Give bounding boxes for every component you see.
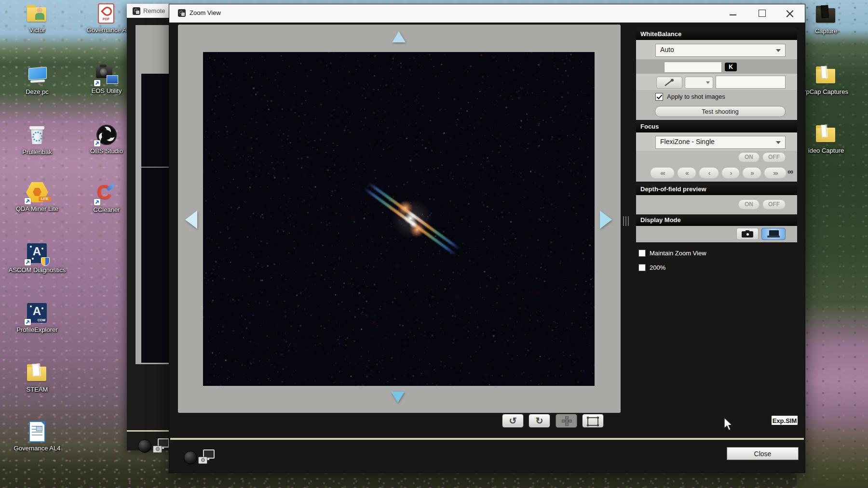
af-off-button[interactable]: OFF	[762, 152, 786, 162]
user-folder-icon	[26, 3, 49, 25]
close-icon	[786, 10, 794, 17]
app-icon	[133, 7, 140, 15]
desktop-icon-governance-al4[interactable]: Governance AL4	[7, 421, 67, 452]
fit-to-window-button[interactable]	[582, 414, 604, 428]
shortcut-arrow-badge	[94, 80, 100, 86]
desktop-icon-deze-pc[interactable]: Deze pc	[7, 65, 67, 95]
wb-sample-field[interactable]	[716, 76, 786, 89]
dof-on-button[interactable]: ON	[738, 199, 760, 210]
computer-icon	[767, 230, 780, 238]
icon-label: STEAM	[7, 386, 67, 393]
remote-live-view-window: Remote	[127, 4, 175, 450]
camera-icon	[742, 230, 753, 237]
desktop-icon-victor[interactable]: Victor	[7, 3, 67, 34]
chevron-down-icon	[706, 81, 710, 84]
pan-left-arrow[interactable]	[185, 211, 197, 229]
ccleaner-icon: C	[95, 183, 118, 205]
desktop-icon-ascom-diagnostics[interactable]: A ASCOM Diagnostics	[7, 243, 67, 274]
af-point-grid-button[interactable]	[556, 414, 577, 428]
color-temperature-field[interactable]	[664, 62, 722, 73]
white-balance-value: Auto	[660, 46, 674, 53]
grid-icon	[562, 416, 571, 425]
recycle-bin-icon	[26, 125, 49, 147]
pdf-icon: PDF	[95, 3, 118, 25]
kelvin-button[interactable]: K	[725, 63, 737, 71]
chevron-down-icon	[776, 141, 781, 144]
folder-open-icon	[814, 123, 838, 145]
pan-up-arrow[interactable]	[392, 31, 406, 42]
zoom-200-checkbox[interactable]	[638, 264, 646, 271]
desktop-icon-qda-miner[interactable]: LITE QDA Miner Lite	[7, 182, 67, 212]
remote-status-line	[127, 430, 175, 432]
rotate-ccw-icon: ↺	[509, 416, 517, 426]
infinity-icon: ∞	[787, 167, 793, 177]
eyedropper-icon	[664, 79, 675, 87]
pan-right-arrow[interactable]	[600, 211, 612, 229]
zoom-window-titlebar[interactable]: Zoom View	[169, 4, 805, 23]
white-balance-body: Auto K Apply to shot images Test s	[636, 40, 797, 120]
pan-down-arrow[interactable]	[391, 392, 405, 403]
camera-monitor-icon	[197, 448, 216, 467]
remote-window-titlebar[interactable]: Remote	[127, 4, 175, 18]
white-balance-dropdown[interactable]: Auto	[655, 44, 786, 57]
icon-label: ASCOM Diagnostics	[7, 266, 67, 274]
display-mode-header: Display Mode	[636, 214, 797, 226]
test-shooting-button[interactable]: Test shooting	[655, 106, 786, 117]
fit-frame-icon	[587, 417, 598, 426]
icon-label: Victor	[7, 26, 67, 34]
wb-fine-tune-dropdown[interactable]	[685, 77, 713, 89]
window-title: Zoom View	[190, 9, 221, 16]
screen: Victor PDF Governance A Deze pc EOS Util…	[0, 0, 868, 488]
camera-utility-icon	[95, 64, 118, 86]
icon-label: Governance AL4	[7, 445, 67, 452]
rotate-cw-button[interactable]: ↻	[529, 414, 550, 428]
live-view-star-image[interactable]	[203, 52, 595, 386]
qda-hexagon-icon: LITE	[26, 182, 49, 204]
exposure-simulation-badge: Exp.SIM	[771, 415, 799, 426]
camera-settings-panel: WhiteBalance Auto K	[636, 28, 797, 284]
maintain-zoom-view-checkbox[interactable]	[638, 250, 646, 257]
focus-mode-value: FlexiZone - Single	[660, 138, 715, 145]
icon-label: Prullenbak	[7, 148, 67, 156]
folder-open-icon	[814, 65, 838, 87]
shortcut-arrow-badge	[25, 198, 31, 204]
af-on-button[interactable]: ON	[738, 152, 760, 162]
panel-resize-grip[interactable]	[623, 216, 630, 226]
minimize-icon	[730, 14, 736, 15]
focus-far-2-button[interactable]: ››	[742, 167, 761, 179]
desktop-icon-prullenbak[interactable]: Prullenbak	[7, 125, 67, 156]
maximize-button[interactable]	[751, 4, 773, 22]
icon-label: Deze pc	[7, 88, 67, 95]
close-window-button[interactable]	[779, 4, 801, 22]
zoom-view-window: Zoom View WhiteBalance Auto K	[169, 4, 805, 473]
shortcut-arrow-badge	[25, 319, 31, 325]
shortcut-arrow-badge	[25, 259, 31, 265]
focus-near-1-button[interactable]: ‹	[699, 167, 719, 179]
rotate-ccw-button[interactable]: ↺	[502, 414, 524, 428]
focus-near-2-button[interactable]: ‹‹	[677, 167, 696, 179]
desktop-icon-steam[interactable]: STEAM	[7, 362, 67, 393]
dof-preview-header: Depth-of-field preview	[636, 184, 797, 195]
folder-open-icon	[26, 362, 49, 384]
display-on-camera-button[interactable]	[736, 228, 759, 240]
rotate-cw-icon: ↻	[536, 416, 543, 426]
remote-record-led	[138, 439, 151, 453]
chevron-down-icon	[776, 49, 781, 52]
display-on-computer-button[interactable]	[761, 228, 786, 240]
obs-logo-icon	[95, 124, 118, 146]
maintain-zoom-view-label: Maintain Zoom View	[650, 250, 706, 257]
dof-off-button[interactable]: OFF	[762, 199, 786, 210]
shortcut-arrow-badge	[94, 140, 100, 146]
close-button[interactable]: Close	[727, 447, 799, 460]
status-divider-line	[170, 438, 804, 440]
camera-monitor-icon	[152, 437, 170, 456]
focus-near-3-button[interactable]: ‹‹‹	[650, 167, 675, 179]
apply-to-shot-images-checkbox[interactable]	[655, 93, 663, 101]
focus-far-1-button[interactable]: ›	[721, 167, 740, 179]
desktop-icon-profile-explorer[interactable]: A COM ProfileExplorer	[7, 303, 67, 333]
minimize-button[interactable]	[722, 4, 744, 22]
focus-mode-dropdown[interactable]: FlexiZone - Single	[655, 136, 786, 149]
eyedropper-button[interactable]	[656, 77, 682, 89]
focus-body: FlexiZone - Single ON OFF ‹‹‹ ‹‹ ‹ › ›› …	[636, 132, 797, 182]
focus-far-3-button[interactable]: ›››	[764, 167, 787, 179]
